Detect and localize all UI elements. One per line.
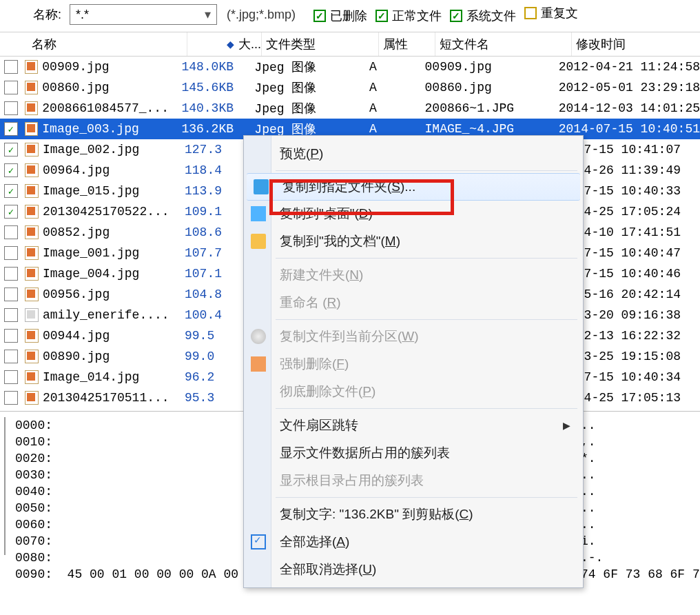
row-checkbox[interactable] (4, 225, 18, 239)
menu-item-label: 复制到"我的文档"(M) (280, 232, 400, 250)
menu-item: 强制删除(F) (244, 350, 583, 378)
extension-hint: (*.jpg;*.bmp) (227, 8, 296, 22)
row-checkbox[interactable] (4, 246, 18, 260)
file-date: -04-25 17:05:24 (569, 205, 700, 219)
disk-icon (251, 329, 266, 344)
row-checkbox[interactable] (4, 329, 18, 343)
file-icon (25, 370, 39, 384)
file-date: 2012-05-01 23:29:18 (559, 81, 700, 94)
file-attr: A (369, 60, 424, 74)
filter-checkbox-3[interactable]: 重复文 (524, 5, 578, 21)
filter-checkbox-2[interactable]: ✓系统文件 (450, 8, 516, 24)
file-type: Jpeg 图像 (254, 100, 369, 117)
file-icon (25, 350, 39, 363)
file-icon (25, 184, 39, 198)
folder-icon (254, 179, 269, 194)
menu-separator (276, 319, 577, 320)
menu-item-label: 重命名 (R) (280, 294, 341, 312)
file-date: -04-10 17:41:51 (569, 225, 700, 239)
menu-item: 重命名 (R) (244, 289, 583, 316)
file-icon (25, 143, 39, 157)
name-pattern-combo[interactable]: *.* ▾ (70, 4, 217, 25)
row-checkbox[interactable]: ✓ (4, 205, 18, 219)
file-shortname: 200866~1.JPG (425, 101, 559, 115)
file-name: Image_002.jpg (43, 143, 185, 157)
menu-item-label: 强制删除(F) (280, 355, 349, 373)
file-type: Jpeg 图像 (254, 79, 369, 96)
file-icon (25, 225, 39, 239)
check-icon (251, 534, 266, 550)
checkbox-label: 正常文件 (392, 8, 442, 24)
file-name: Image_014.jpg (43, 370, 185, 384)
col-attr[interactable]: 属性 (379, 32, 435, 56)
chevron-down-icon[interactable]: ▾ (201, 8, 214, 21)
col-short[interactable]: 短文件名 (435, 32, 572, 56)
menu-item[interactable]: 全部选择(A) (244, 528, 583, 556)
file-date: -04-26 11:39:49 (569, 163, 700, 177)
name-pattern-value: *.* (76, 8, 89, 22)
row-checkbox[interactable] (4, 81, 18, 94)
file-icon (25, 122, 39, 136)
col-type[interactable]: 文件类型 (262, 32, 379, 56)
col-size[interactable]: ◆ 大... (187, 32, 262, 56)
menu-item[interactable]: 文件扇区跳转▶ (244, 412, 583, 439)
row-checkbox[interactable] (4, 370, 18, 384)
menu-item[interactable]: 显示文件数据所占用的簇列表 (244, 439, 583, 467)
menu-item[interactable]: 预览(P) (244, 140, 583, 168)
file-name: Image_001.jpg (43, 246, 185, 260)
file-name: 00964.jpg (43, 163, 185, 177)
file-shortname: 00909.jpg (425, 60, 559, 74)
row-checkbox[interactable] (4, 267, 18, 281)
file-size: 148.0KB (181, 60, 254, 74)
column-header-row: 名称 ◆ 大... 文件类型 属性 短文件名 修改时间 (0, 32, 700, 57)
menu-item-label: 彻底删除文件(P) (280, 383, 375, 401)
file-date: -05-16 20:42:14 (569, 288, 700, 301)
row-checkbox[interactable]: ✓ (4, 184, 18, 198)
file-icon (25, 329, 39, 343)
menu-item[interactable]: 复制到"我的文档"(M) (244, 228, 583, 255)
filter-checkbox-0[interactable]: ✓已删除 (313, 8, 367, 24)
menu-item[interactable]: 全部取消选择(U) (244, 556, 583, 583)
menu-item[interactable]: 复制文字: "136.2KB" 到剪贴板(C) (244, 501, 583, 528)
menu-item[interactable]: 复制到指定文件夹(S)... (247, 173, 580, 201)
file-date: 2012-04-21 11:24:58 (559, 60, 700, 74)
file-name: 00852.jpg (43, 225, 185, 239)
file-date: -04-25 17:05:13 (569, 391, 700, 405)
file-row[interactable]: 2008661084577_...140.3KBJpeg 图像A200866~1… (0, 98, 700, 119)
prev-image-icon[interactable]: ◀ (4, 475, 6, 498)
row-checkbox[interactable] (4, 391, 18, 405)
file-date: -03-20 09:16:38 (569, 308, 700, 322)
context-menu: 预览(P)复制到指定文件夹(S)...复制到"桌面"(D)复制到"我的文档"(M… (243, 135, 584, 588)
row-checkbox[interactable] (4, 288, 18, 301)
row-checkbox[interactable] (4, 101, 18, 115)
menu-item[interactable]: 复制到"桌面"(D) (244, 200, 583, 228)
checkbox-icon: ✓ (450, 10, 462, 22)
menu-item-label: 复制文件到当前分区(W) (280, 327, 419, 345)
col-name[interactable]: 名称 (28, 32, 187, 56)
file-row[interactable]: 00909.jpg148.0KBJpeg 图像A00909.jpg2012-04… (0, 57, 700, 77)
file-icon (25, 246, 39, 260)
col-date[interactable]: 修改时间 (572, 32, 700, 56)
sort-desc-icon: ◆ (227, 39, 234, 50)
file-attr: A (369, 122, 424, 136)
menu-item: 彻底删除文件(P) (244, 378, 583, 405)
filter-checkbox-1[interactable]: ✓正常文件 (375, 8, 442, 24)
file-size: 136.2KB (181, 122, 254, 136)
menu-item-label: 复制到"桌面"(D) (280, 205, 373, 223)
menu-item-label: 文件扇区跳转 (280, 416, 358, 434)
row-checkbox[interactable]: ✓ (4, 143, 18, 157)
row-checkbox[interactable] (4, 308, 18, 322)
row-checkbox[interactable] (4, 350, 18, 363)
file-row[interactable]: 00860.jpg145.6KBJpeg 图像A00860.jpg2012-05… (0, 77, 700, 98)
file-date: -12-13 16:22:32 (569, 329, 700, 343)
menu-item: 显示根目录占用的簇列表 (244, 467, 583, 494)
preview-thumbnail[interactable]: ◀ ▶ (4, 417, 6, 555)
row-checkbox[interactable]: ✓ (4, 163, 18, 177)
menu-item-label: 复制到指定文件夹(S)... (282, 178, 415, 196)
row-checkbox[interactable] (4, 60, 18, 74)
menu-item-label: 全部选择(A) (280, 533, 349, 551)
file-size: 145.6KB (181, 81, 254, 94)
checkbox-icon (524, 7, 537, 19)
file-icon (25, 81, 39, 94)
row-checkbox[interactable]: ✓ (4, 122, 18, 136)
